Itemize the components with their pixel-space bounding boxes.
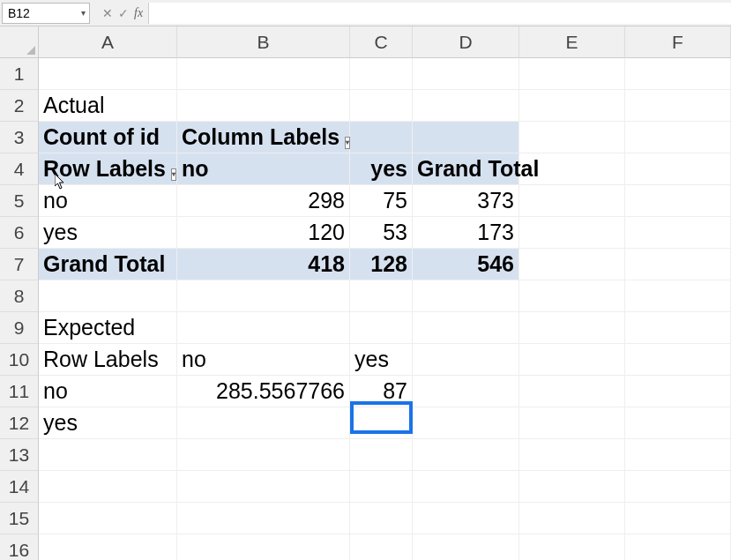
- cell-D8[interactable]: [413, 280, 519, 312]
- cell-B6[interactable]: 120: [177, 217, 350, 249]
- filter-dropdown-icon[interactable]: ▾: [171, 168, 176, 181]
- cell-D6[interactable]: 173: [413, 217, 519, 249]
- cell-C15[interactable]: [350, 503, 413, 534]
- cell-A16[interactable]: [39, 534, 177, 560]
- cell-A13[interactable]: [39, 439, 177, 471]
- cell-C4[interactable]: yes: [350, 153, 413, 185]
- cell-C3[interactable]: [350, 122, 413, 153]
- cell-B8[interactable]: [177, 280, 350, 312]
- cell-D13[interactable]: [413, 439, 519, 471]
- cell-D7[interactable]: 546: [413, 249, 519, 280]
- col-header-E[interactable]: E: [519, 26, 625, 58]
- row-header-6[interactable]: 6: [0, 217, 39, 249]
- row-header-9[interactable]: 9: [0, 312, 39, 344]
- cell-F14[interactable]: [625, 471, 731, 503]
- cell-E2[interactable]: [519, 90, 625, 122]
- cell-A8[interactable]: [39, 280, 177, 312]
- name-box[interactable]: B12 ▾: [2, 3, 90, 24]
- cell-F3[interactable]: [625, 122, 731, 153]
- cell-E5[interactable]: [519, 185, 625, 217]
- cell-F11[interactable]: [625, 376, 731, 407]
- cell-E14[interactable]: [519, 471, 625, 503]
- cell-E7[interactable]: [519, 249, 625, 280]
- cell-B11[interactable]: 285.5567766: [177, 376, 350, 407]
- cell-F15[interactable]: [625, 503, 731, 534]
- cell-B5[interactable]: 298: [177, 185, 350, 217]
- cell-C8[interactable]: [350, 280, 413, 312]
- cell-B13[interactable]: [177, 439, 350, 471]
- cell-B1[interactable]: [177, 58, 350, 90]
- cell-A9[interactable]: Expected: [39, 312, 177, 344]
- chevron-down-icon[interactable]: ▾: [81, 8, 86, 18]
- cell-F7[interactable]: [625, 249, 731, 280]
- row-header-16[interactable]: 16: [0, 534, 39, 560]
- cell-E15[interactable]: [519, 503, 625, 534]
- cell-A3[interactable]: Count of id: [39, 122, 177, 153]
- cell-B10[interactable]: no: [177, 344, 350, 376]
- cell-A7[interactable]: Grand Total: [39, 249, 177, 280]
- cell-D12[interactable]: [413, 407, 519, 439]
- cell-B4[interactable]: no: [177, 153, 350, 185]
- cell-F10[interactable]: [625, 344, 731, 376]
- cell-B16[interactable]: [177, 534, 350, 560]
- cell-E9[interactable]: [519, 312, 625, 344]
- cell-A2[interactable]: Actual: [39, 90, 177, 122]
- cell-D14[interactable]: [413, 471, 519, 503]
- cell-C16[interactable]: [350, 534, 413, 560]
- cell-B2[interactable]: [177, 90, 350, 122]
- cell-F5[interactable]: [625, 185, 731, 217]
- cell-D11[interactable]: [413, 376, 519, 407]
- cell-C6[interactable]: 53: [350, 217, 413, 249]
- cell-F16[interactable]: [625, 534, 731, 560]
- cell-A15[interactable]: [39, 503, 177, 534]
- cell-C2[interactable]: [350, 90, 413, 122]
- row-header-5[interactable]: 5: [0, 185, 39, 217]
- cell-B15[interactable]: [177, 503, 350, 534]
- cell-A12[interactable]: yes: [39, 407, 177, 439]
- cell-A1[interactable]: [39, 58, 177, 90]
- col-header-C[interactable]: C: [350, 26, 413, 58]
- cell-E13[interactable]: [519, 439, 625, 471]
- cell-D5[interactable]: 373: [413, 185, 519, 217]
- cell-A6[interactable]: yes: [39, 217, 177, 249]
- row-header-15[interactable]: 15: [0, 503, 39, 534]
- cell-A11[interactable]: no: [39, 376, 177, 407]
- cell-F12[interactable]: [625, 407, 731, 439]
- cell-E11[interactable]: [519, 376, 625, 407]
- cell-F6[interactable]: [625, 217, 731, 249]
- cell-B9[interactable]: [177, 312, 350, 344]
- row-header-1[interactable]: 1: [0, 58, 39, 90]
- cell-C11[interactable]: 87: [350, 376, 413, 407]
- cell-D15[interactable]: [413, 503, 519, 534]
- cell-E6[interactable]: [519, 217, 625, 249]
- cell-A10[interactable]: Row Labels: [39, 344, 177, 376]
- row-header-13[interactable]: 13: [0, 439, 39, 471]
- row-header-10[interactable]: 10: [0, 344, 39, 376]
- cell-B12[interactable]: [177, 407, 350, 439]
- cell-C1[interactable]: [350, 58, 413, 90]
- row-header-2[interactable]: 2: [0, 90, 39, 122]
- formula-input[interactable]: [148, 3, 731, 24]
- cell-B14[interactable]: [177, 471, 350, 503]
- cell-E1[interactable]: [519, 58, 625, 90]
- cell-C9[interactable]: [350, 312, 413, 344]
- row-header-11[interactable]: 11: [0, 376, 39, 407]
- cell-F2[interactable]: [625, 90, 731, 122]
- col-header-D[interactable]: D: [413, 26, 519, 58]
- cancel-icon[interactable]: ✕: [102, 6, 113, 20]
- cell-A5[interactable]: no: [39, 185, 177, 217]
- cell-E8[interactable]: [519, 280, 625, 312]
- cell-A4[interactable]: Row Labels ▾: [39, 153, 177, 185]
- cell-E16[interactable]: [519, 534, 625, 560]
- row-header-12[interactable]: 12: [0, 407, 39, 439]
- cell-C7[interactable]: 128: [350, 249, 413, 280]
- cell-E3[interactable]: [519, 122, 625, 153]
- cell-F1[interactable]: [625, 58, 731, 90]
- cell-C14[interactable]: [350, 471, 413, 503]
- cell-F4[interactable]: [625, 153, 731, 185]
- row-header-7[interactable]: 7: [0, 249, 39, 280]
- cell-C10[interactable]: yes: [350, 344, 413, 376]
- select-all-corner[interactable]: [0, 26, 39, 58]
- col-header-B[interactable]: B: [177, 26, 350, 58]
- cell-E10[interactable]: [519, 344, 625, 376]
